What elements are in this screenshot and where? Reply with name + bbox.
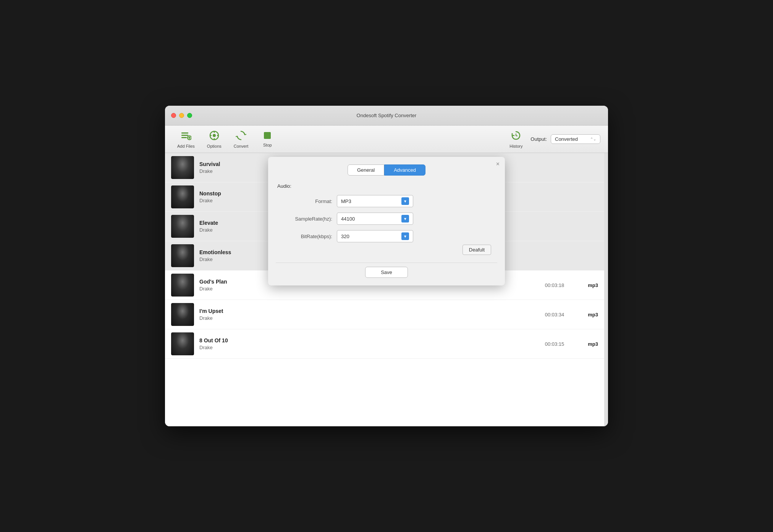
add-files-icon [181,130,191,142]
bitrate-label: BitRate(kbps): [276,234,337,239]
output-dropdown[interactable]: Converted ⌃⌄ [551,134,600,144]
add-files-label: Add Files [177,144,195,148]
default-button[interactable]: Deafult [463,245,491,255]
modal-overlay: × General Advanced Audio: Format: MP3 ▼ … [165,153,608,426]
bitrate-dropdown-arrow: ▼ [401,232,409,240]
content-area: SurvivalDrakeNonstopDrakeElevateDrakeEmo… [165,153,608,426]
format-select[interactable]: MP3 ▼ [337,195,413,207]
output-value: Converted [555,136,578,142]
output-area: Output: Converted ⌃⌄ [530,134,600,144]
window-title: Ondesoft Spotify Converter [357,113,417,118]
svg-rect-12 [264,132,271,139]
options-modal: × General Advanced Audio: Format: MP3 ▼ … [268,157,505,285]
convert-icon [236,130,246,142]
samplerate-select[interactable]: 44100 ▼ [337,213,413,225]
fullscreen-button[interactable] [187,113,192,118]
options-label: Options [207,144,222,148]
svg-rect-0 [181,132,188,134]
modal-close-button[interactable]: × [496,161,500,168]
svg-point-7 [213,134,216,137]
output-label: Output: [530,136,547,142]
stop-button[interactable]: Stop [256,129,279,150]
samplerate-value: 44100 [341,216,355,222]
close-button[interactable] [171,113,176,118]
stop-label: Stop [263,143,272,147]
audio-section-title: Audio: [276,183,497,189]
format-dropdown-arrow: ▼ [401,197,409,205]
samplerate-dropdown-arrow: ▼ [401,215,409,222]
main-window: Ondesoft Spotify Converter Add Files [165,106,608,426]
convert-button[interactable]: Convert [229,128,253,151]
tab-general[interactable]: General [348,164,384,176]
options-icon [209,130,220,142]
bitrate-value: 320 [341,234,349,239]
svg-rect-1 [181,135,188,136]
format-value: MP3 [341,198,351,204]
options-button[interactable]: Options [202,128,226,151]
history-button[interactable]: History [505,128,527,151]
format-field: Format: MP3 ▼ [276,195,497,207]
stop-icon [263,131,272,141]
svg-rect-2 [181,137,187,138]
save-button[interactable]: Save [365,267,408,278]
convert-label: Convert [234,144,249,148]
minimize-button[interactable] [179,113,184,118]
titlebar: Ondesoft Spotify Converter [165,106,608,126]
default-row: Deafult [276,245,497,255]
samplerate-field: SampleRate(hz): 44100 ▼ [276,213,497,225]
history-label: History [509,144,522,148]
modal-tabs: General Advanced [276,164,497,176]
bitrate-select[interactable]: 320 ▼ [337,230,413,242]
format-label: Format: [276,198,337,204]
history-icon [511,130,521,142]
bitrate-field: BitRate(kbps): 320 ▼ [276,230,497,242]
traffic-lights [171,113,192,118]
add-files-button[interactable]: Add Files [173,128,199,151]
tab-advanced[interactable]: Advanced [384,164,425,176]
modal-footer: Save [276,263,497,278]
toolbar: Add Files Options [165,126,608,153]
chevron-down-icon: ⌃⌄ [590,137,596,141]
samplerate-label: SampleRate(hz): [276,216,337,222]
